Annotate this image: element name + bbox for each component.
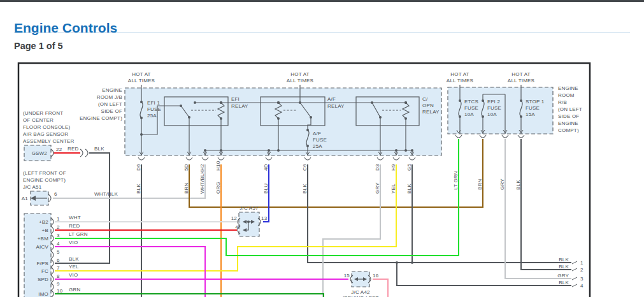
endpoint-number: 4	[580, 283, 583, 289]
efi1-fuse-label: 25A	[147, 113, 157, 119]
junction-dot	[395, 149, 397, 152]
junction-dot	[220, 117, 222, 120]
stop1-fuse-label: FUSE	[526, 105, 540, 111]
junction-dot	[371, 101, 373, 104]
endpoint-wire-color: GRY	[557, 273, 569, 279]
engine-room-jb-label: ENGINE COMPT)	[80, 115, 122, 121]
efi2-fuse-label: EFI 2	[487, 99, 500, 105]
ecm-wire-color-label: YEL	[69, 264, 79, 270]
engine-room-rb-label: ENGINE	[558, 120, 578, 126]
ecm-wire-color-label: VIO	[69, 240, 78, 245]
exit-connector-code: H2	[199, 164, 205, 171]
exit-connector-code: D3	[375, 164, 380, 171]
engine-room-jb-label: (ON LEFT	[98, 101, 122, 107]
airbag-note: AIR BAG SENSOR	[23, 131, 68, 137]
ecm-pin-name: +B2	[39, 219, 48, 225]
efi-relay-label: EFI	[231, 96, 240, 102]
ecm-pin-number: 5	[57, 249, 60, 255]
etcs-fuse-label: FUSE	[464, 105, 478, 111]
jc-a42-pin: 15	[344, 273, 350, 279]
jc-a51-ref: A1	[22, 196, 29, 201]
jc-a57-pin: 13	[261, 215, 268, 221]
junction-dot	[310, 116, 312, 119]
exit-connector-code: H9	[390, 164, 396, 171]
etcs-fuse-label: 10A	[464, 112, 474, 117]
exit-connector-code: G5	[406, 164, 412, 171]
exit-wire-color: BLU	[263, 184, 269, 194]
af-relay-label: RELAY	[327, 103, 345, 109]
efi-relay-label: RELAY	[231, 103, 248, 109]
exit-wire-color: BRN	[183, 182, 189, 194]
airbag-note: FLOOR CONSOLE)	[23, 124, 71, 130]
ecm-pin-name: FC	[41, 268, 48, 274]
junction-dot	[268, 149, 270, 152]
junction-dot	[277, 149, 280, 152]
jc-a57-pin: 12	[231, 215, 238, 221]
endpoint-wire-color: BLK	[559, 280, 569, 286]
copn-relay-label: OPN	[422, 103, 434, 108]
airbag-note: (UNDER FRONT	[23, 110, 63, 116]
gsw2-red-label: RED	[68, 146, 79, 152]
af-fuse-label: FUSE	[313, 137, 327, 143]
exit-wire-color: BLK	[406, 184, 412, 194]
jc-a51-pin: 6	[54, 191, 57, 197]
exit-wire-color: ORG	[215, 182, 221, 194]
hot-at-label: ALL TIMES	[508, 78, 534, 83]
airbag-note: OF CENTER	[23, 117, 54, 123]
jc-a57-pin: 4	[235, 224, 238, 230]
ecm-pin-number: 2	[57, 224, 60, 230]
hot-at-label: ALL TIMES	[287, 78, 313, 83]
jc-a57-label: J/C A57	[240, 205, 259, 211]
ecm-pin-name: +BM	[38, 236, 48, 242]
hot-at-label: HOT AT	[132, 71, 150, 77]
stop1-fuse-label: 15A	[526, 112, 535, 117]
engine-room-jb-label: SIDE OF	[101, 108, 122, 114]
exit-wire-color: BLK	[136, 184, 141, 194]
rb-exit-wire-color: BLK	[515, 180, 521, 190]
engine-room-rb-label: R/B	[558, 99, 567, 105]
endpoint-number: 1	[580, 260, 583, 266]
etcs-fuse-label: ETCS	[464, 99, 478, 105]
ecm-pin-name: F/PS	[36, 261, 48, 266]
ecm-pin-number: 4	[57, 241, 60, 247]
af-relay-label: A/F	[327, 96, 336, 102]
ecm-wire-color-label: VIO	[69, 272, 78, 278]
jc-a51-note: (LEFT FRONT OF	[23, 170, 66, 176]
engine-room-rb-label: COMPT)	[558, 127, 579, 133]
jc-a42-pin: 16	[373, 273, 379, 279]
ecm-wire-color-label: LT GRN	[69, 231, 88, 237]
jc-a57-box	[239, 212, 259, 236]
ecm-pin-name: AICV	[36, 244, 49, 250]
exit-wire-color: BLK	[302, 184, 308, 194]
junction-dot	[411, 149, 413, 152]
ecm-pin-name: SPD	[38, 277, 48, 282]
jc-a42-label: J/C A42	[351, 289, 370, 295]
stop1-fuse-label: STOP 1	[526, 99, 545, 105]
junction-dot	[188, 116, 190, 119]
gsw2-pin: 22	[56, 147, 62, 152]
rb-exit-wire-color: BRN	[477, 178, 483, 190]
ecm-pin-number: 9	[57, 281, 60, 287]
ecm-wire-color-label: RED	[69, 223, 80, 229]
af-fuse-label: 25A	[313, 143, 322, 149]
efi1-fuse-label: EFI 1	[147, 100, 160, 106]
jc-a51-note: J/C A51	[23, 184, 42, 190]
engine-room-rb-label: ENGINE	[558, 85, 578, 91]
ecm-pin-number: 10	[57, 288, 63, 294]
efi1-fuse-label: FUSE	[147, 106, 161, 112]
ecm-wire-color-label: BLK	[69, 256, 79, 262]
ecm-wire-color-label: WHT	[69, 215, 81, 221]
junction-dot	[379, 116, 382, 119]
ecm-pin-name: +B	[42, 228, 48, 233]
rb-exit-wire-color: LT GRN	[453, 171, 459, 190]
junction-dot	[204, 149, 206, 152]
junction-dot	[277, 101, 280, 104]
rb-exit-wire-color: GRY	[499, 178, 505, 190]
exit-connector-code: 4D	[263, 164, 269, 171]
junction-dot	[220, 101, 222, 104]
engine-room-rb-label: ROOM	[558, 92, 575, 98]
exit-connector-code: D6	[136, 164, 141, 171]
endpoint-number: 3	[580, 276, 583, 282]
engine-controls-schematic: 1+B2WHT2+BRED3+BMLT GRN4AICVVIO56F/PSBLK…	[0, 0, 644, 297]
af-fuse-label: A/F	[313, 131, 321, 136]
